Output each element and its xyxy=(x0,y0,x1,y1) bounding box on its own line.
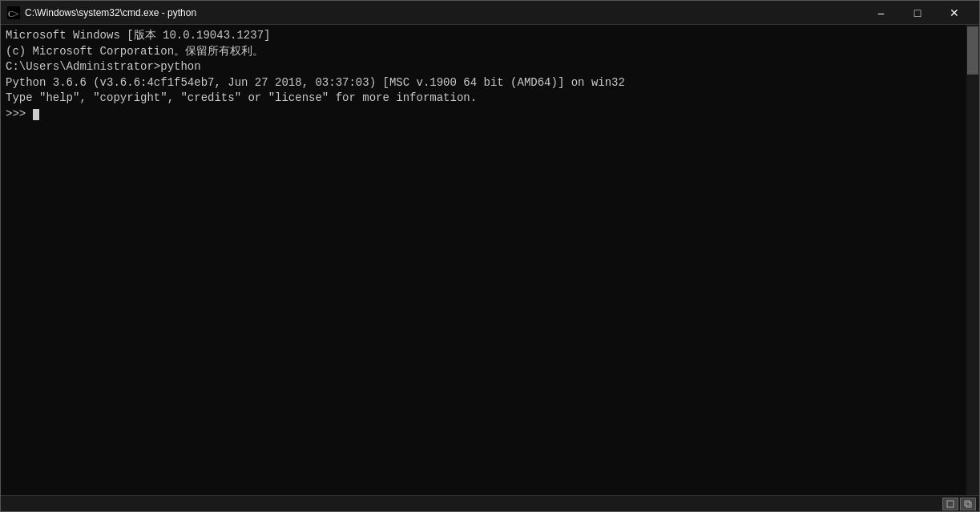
minimize-button[interactable]: ‒ xyxy=(862,1,899,25)
terminal-line: (c) Microsoft Corporation。保留所有权利。 xyxy=(6,44,962,60)
window-title: C:\Windows\system32\cmd.exe - python xyxy=(25,7,862,18)
terminal-line: C:\Users\Administrator>python xyxy=(6,59,962,75)
cmd-icon: C> xyxy=(7,6,20,19)
terminal-line: >>> xyxy=(6,107,962,123)
scrollbar-thumb[interactable] xyxy=(967,26,978,75)
bottom-icon-2[interactable] xyxy=(960,498,976,510)
terminal-output[interactable]: Microsoft Windows [版本 10.0.19043.1237](c… xyxy=(1,25,966,495)
bottom-bar xyxy=(1,495,979,511)
close-button[interactable]: ✕ xyxy=(936,1,973,25)
bottom-icon-1[interactable] xyxy=(942,498,958,510)
svg-rect-2 xyxy=(947,501,954,507)
terminal-line: Microsoft Windows [版本 10.0.19043.1237] xyxy=(6,28,962,44)
svg-rect-3 xyxy=(965,501,970,506)
terminal-line: Type "help", "copyright", "credits" or "… xyxy=(6,91,962,107)
terminal-cursor xyxy=(33,109,39,120)
terminal-line: Python 3.6.6 (v3.6.6:4cf1f54eb7, Jun 27 … xyxy=(6,75,962,91)
cmd-window: C> C:\Windows\system32\cmd.exe - python … xyxy=(0,0,980,512)
window-controls: ‒ □ ✕ xyxy=(862,1,973,25)
bottom-icons xyxy=(942,498,976,510)
svg-text:C>: C> xyxy=(8,9,19,18)
title-bar: C> C:\Windows\system32\cmd.exe - python … xyxy=(1,1,979,25)
maximize-button[interactable]: □ xyxy=(899,1,936,25)
scrollbar[interactable] xyxy=(966,25,979,495)
svg-rect-4 xyxy=(966,502,971,507)
content-area: Microsoft Windows [版本 10.0.19043.1237](c… xyxy=(1,25,979,495)
